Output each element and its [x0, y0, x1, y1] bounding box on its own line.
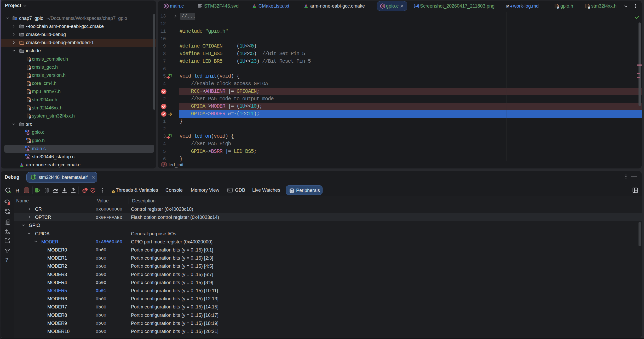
svg-text:H: H: [29, 100, 31, 103]
svg-text:H: H: [29, 92, 31, 95]
svg-text:H: H: [588, 6, 590, 9]
svg-text:H: H: [29, 59, 31, 62]
svg-text:H: H: [29, 84, 31, 86]
svg-text:H: H: [29, 67, 31, 70]
svg-text:H: H: [557, 6, 559, 9]
svg-text:M: M: [506, 4, 509, 8]
svg-text:H: H: [29, 116, 31, 119]
svg-text:H: H: [29, 141, 31, 143]
svg-text:C: C: [382, 4, 384, 8]
svg-text:H: H: [29, 108, 31, 111]
svg-text:C: C: [165, 4, 168, 8]
svg-text:H: H: [29, 75, 31, 78]
svg-text:f: f: [163, 163, 165, 167]
